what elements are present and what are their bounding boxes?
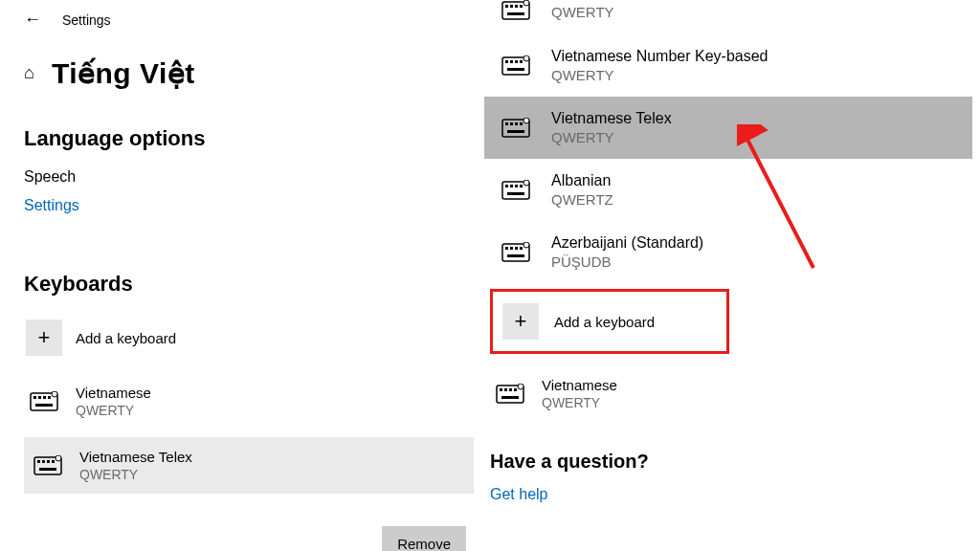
svg-rect-5: [35, 404, 53, 407]
add-keyboard-button[interactable]: + Add a keyboard: [24, 314, 469, 362]
svg-rect-4: [48, 396, 51, 399]
svg-rect-26: [507, 68, 524, 71]
list-item[interactable]: QWERTY: [484, 0, 972, 34]
list-item-vietnamese-telex[interactable]: Vietnamese Telex QWERTY: [484, 97, 972, 159]
list-name: Vietnamese Telex: [551, 110, 672, 127]
svg-point-6: [52, 391, 57, 397]
list-name: Azerbaijani (Standard): [551, 234, 703, 252]
svg-rect-43: [505, 247, 508, 250]
svg-rect-50: [500, 388, 502, 391]
svg-rect-17: [515, 5, 518, 8]
svg-rect-2: [38, 396, 41, 399]
svg-rect-18: [520, 5, 523, 8]
svg-point-48: [523, 242, 529, 248]
svg-point-34: [523, 118, 529, 123]
svg-point-20: [523, 0, 529, 6]
svg-rect-8: [37, 460, 40, 463]
speech-label: Speech: [24, 168, 469, 186]
keyboard-item-vietnamese-telex[interactable]: Vietnamese Telex QWERTY: [24, 437, 474, 494]
language-options-heading: Language options: [24, 126, 469, 151]
svg-rect-44: [510, 247, 513, 250]
svg-rect-12: [39, 468, 56, 471]
svg-rect-25: [520, 60, 523, 63]
keyboard-icon: [498, 118, 534, 139]
svg-rect-16: [510, 5, 513, 8]
keyboard-layout: QWERTY: [79, 467, 192, 482]
keyboard-icon: [26, 391, 62, 412]
keyboard-layout: QWERTY: [76, 403, 151, 418]
svg-point-27: [523, 55, 529, 61]
svg-rect-46: [520, 247, 523, 250]
keyboard-icon: [492, 384, 528, 405]
svg-rect-54: [501, 396, 519, 399]
list-item-azerbaijani[interactable]: Azerbaijani (Standard) PÜŞUDB: [484, 221, 972, 283]
svg-rect-40: [507, 192, 524, 195]
svg-point-55: [518, 384, 523, 389]
svg-rect-45: [515, 247, 518, 250]
svg-rect-22: [505, 60, 508, 63]
svg-rect-19: [507, 12, 524, 15]
svg-rect-10: [47, 460, 50, 463]
svg-rect-24: [515, 60, 518, 63]
keyboard-icon: [498, 242, 534, 263]
svg-rect-23: [510, 60, 513, 63]
list-name: Albanian: [551, 172, 613, 189]
svg-rect-29: [505, 122, 508, 125]
svg-point-13: [56, 455, 61, 461]
keyboard-name: Vietnamese: [542, 377, 617, 393]
back-button[interactable]: ←: [24, 10, 41, 30]
svg-rect-51: [504, 388, 507, 391]
keyboard-item-vietnamese-right[interactable]: Vietnamese QWERTY: [490, 371, 972, 416]
page-title: Tiếng Việt: [52, 56, 195, 90]
svg-rect-36: [505, 185, 508, 187]
keyboard-layout: QWERTY: [542, 395, 617, 410]
svg-rect-32: [520, 122, 523, 125]
list-sub: QWERTZ: [551, 191, 613, 208]
add-keyboard-label: Add a keyboard: [76, 330, 176, 346]
svg-rect-15: [505, 5, 508, 8]
plus-icon: +: [502, 303, 539, 340]
get-help-link[interactable]: Get help: [490, 486, 972, 503]
have-question-heading: Have a question?: [490, 451, 972, 473]
keyboard-popup-list: QWERTY Vietnamese Number Key-based QWERT…: [484, 0, 972, 283]
list-sub: QWERTY: [551, 129, 672, 145]
list-item-albanian[interactable]: Albanian QWERTZ: [484, 159, 972, 221]
list-name: Vietnamese Number Key-based: [551, 48, 768, 65]
keyboard-icon: [498, 55, 534, 77]
settings-link[interactable]: Settings: [24, 197, 469, 214]
list-sub: QWERTY: [551, 4, 614, 20]
add-keyboard-highlighted[interactable]: + Add a keyboard: [490, 289, 729, 354]
svg-rect-47: [507, 254, 524, 257]
svg-rect-53: [514, 388, 517, 391]
keyboard-icon: [498, 180, 534, 201]
svg-point-41: [523, 180, 529, 186]
svg-rect-38: [515, 185, 518, 187]
svg-rect-37: [510, 185, 513, 187]
add-keyboard-label: Add a keyboard: [554, 314, 655, 330]
svg-rect-31: [515, 122, 518, 125]
home-icon[interactable]: ⌂: [24, 63, 34, 83]
svg-rect-33: [507, 130, 524, 133]
keyboards-heading: Keyboards: [24, 272, 469, 297]
svg-rect-3: [43, 396, 46, 399]
keyboard-icon: [498, 0, 534, 21]
keyboard-name: Vietnamese Telex: [79, 449, 192, 465]
remove-button[interactable]: Remove: [382, 526, 466, 551]
keyboard-name: Vietnamese: [76, 385, 151, 401]
keyboard-item-vietnamese[interactable]: Vietnamese QWERTY: [24, 379, 469, 424]
keyboard-icon: [30, 455, 66, 476]
list-sub: PÜŞUDB: [551, 253, 703, 270]
svg-rect-39: [520, 185, 523, 187]
list-sub: QWERTY: [551, 67, 768, 83]
svg-rect-9: [42, 460, 45, 463]
settings-header: Settings: [62, 12, 111, 28]
svg-rect-1: [33, 396, 36, 399]
svg-rect-11: [52, 460, 55, 463]
svg-rect-52: [509, 388, 512, 391]
plus-icon: +: [26, 320, 62, 356]
svg-rect-30: [510, 122, 513, 125]
list-item-vietnamese-number[interactable]: Vietnamese Number Key-based QWERTY: [484, 34, 972, 97]
